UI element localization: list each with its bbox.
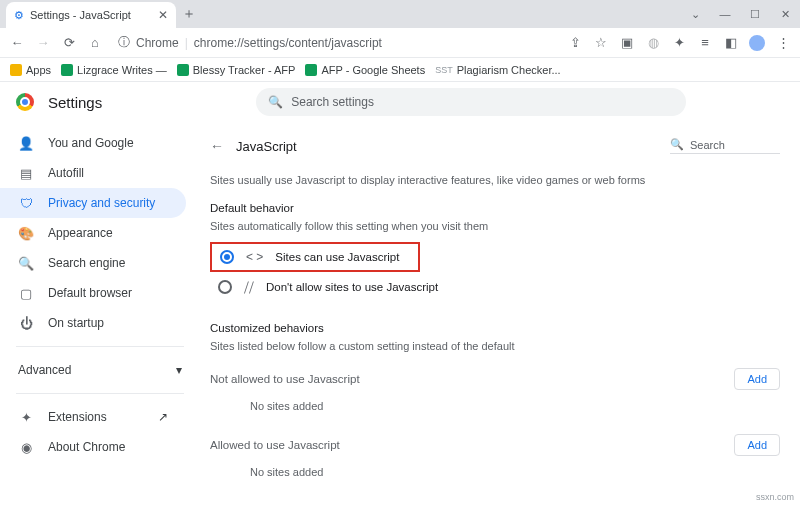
section-title: JavaScript bbox=[236, 139, 297, 154]
search-placeholder: Search settings bbox=[291, 95, 374, 109]
extension-box-icon[interactable]: ▣ bbox=[616, 32, 638, 54]
address-bar[interactable]: ⓘ Chrome | chrome://settings/content/jav… bbox=[110, 32, 560, 54]
settings-sidebar: 👤You and Google ▤Autofill 🛡Privacy and s… bbox=[0, 122, 200, 506]
dropdown-icon[interactable]: ⌄ bbox=[680, 0, 710, 28]
allowed-empty: No sites added bbox=[210, 456, 780, 484]
not-allowed-empty: No sites added bbox=[210, 390, 780, 418]
section-search[interactable]: 🔍 Search bbox=[670, 138, 780, 154]
window-controls: ⌄ — ☐ ✕ bbox=[680, 0, 800, 28]
search-icon: 🔍 bbox=[18, 256, 34, 271]
sidebar-item-autofill[interactable]: ▤Autofill bbox=[0, 158, 186, 188]
site-info-icon[interactable]: ⓘ bbox=[118, 34, 130, 51]
menu-button[interactable]: ⋮ bbox=[772, 32, 794, 54]
chrome-icon: ◉ bbox=[18, 440, 34, 455]
maximize-button[interactable]: ☐ bbox=[740, 0, 770, 28]
settings-search[interactable]: 🔍 Search settings bbox=[256, 88, 686, 116]
bookmark-star-icon[interactable]: ☆ bbox=[590, 32, 612, 54]
autofill-icon: ▤ bbox=[18, 166, 34, 181]
custom-behaviors-sub: Sites listed below follow a custom setti… bbox=[210, 340, 780, 352]
minimize-button[interactable]: — bbox=[710, 0, 740, 28]
back-arrow-button[interactable]: ← bbox=[210, 138, 224, 154]
chrome-logo-icon bbox=[16, 93, 34, 111]
tab-title: Settings - JavaScript bbox=[30, 9, 152, 21]
bookmark-apps[interactable]: Apps bbox=[10, 64, 51, 76]
bookmark-item[interactable]: Lizgrace Writes — bbox=[61, 64, 167, 76]
code-icon: < > bbox=[246, 250, 263, 264]
settings-header: Settings 🔍 Search settings bbox=[0, 82, 800, 122]
browser-toolbar: ← → ⟳ ⌂ ⓘ Chrome | chrome://settings/con… bbox=[0, 28, 800, 58]
add-allowed-button[interactable]: Add bbox=[734, 434, 780, 456]
startup-icon: ⏻ bbox=[18, 316, 34, 331]
bookmark-item[interactable]: Blessy Tracker - AFP bbox=[177, 64, 296, 76]
sidebar-item-about[interactable]: ◉About Chrome bbox=[0, 432, 186, 462]
close-icon[interactable]: ✕ bbox=[158, 8, 168, 22]
default-behavior-sub: Sites automatically follow this setting … bbox=[210, 220, 780, 232]
browser-tab[interactable]: ⚙ Settings - JavaScript ✕ bbox=[6, 2, 176, 28]
default-behavior-title: Default behavior bbox=[210, 202, 780, 214]
page-title: Settings bbox=[48, 94, 102, 111]
option-block-javascript[interactable]: ⧸⧸ Don't allow sites to use Javascript bbox=[210, 272, 780, 302]
search-icon: 🔍 bbox=[670, 138, 684, 151]
add-not-allowed-button[interactable]: Add bbox=[734, 368, 780, 390]
radio-unchecked-icon[interactable] bbox=[218, 280, 232, 294]
sidebar-item-on-startup[interactable]: ⏻On startup bbox=[0, 308, 186, 338]
url-path: chrome://settings/content/javascript bbox=[194, 36, 382, 50]
extension-icon[interactable]: ◍ bbox=[642, 32, 664, 54]
sidebar-item-extensions[interactable]: ✦Extensions↗ bbox=[0, 402, 186, 432]
divider bbox=[16, 393, 184, 394]
settings-content: ← JavaScript 🔍 Search Sites usually use … bbox=[200, 122, 800, 506]
bookmarks-bar: Apps Lizgrace Writes — Blessy Tracker - … bbox=[0, 58, 800, 82]
divider bbox=[16, 346, 184, 347]
profile-avatar[interactable] bbox=[746, 32, 768, 54]
url-origin: Chrome bbox=[136, 36, 179, 50]
close-window-button[interactable]: ✕ bbox=[770, 0, 800, 28]
sidepanel-icon[interactable]: ◧ bbox=[720, 32, 742, 54]
sidebar-item-search-engine[interactable]: 🔍Search engine bbox=[0, 248, 186, 278]
option-allow-javascript[interactable]: < > Sites can use Javascript bbox=[210, 242, 420, 272]
external-link-icon: ↗ bbox=[158, 410, 168, 424]
home-button[interactable]: ⌂ bbox=[84, 32, 106, 54]
section-description: Sites usually use Javascript to display … bbox=[210, 174, 780, 186]
back-button[interactable]: ← bbox=[6, 32, 28, 54]
reading-list-icon[interactable]: ≡ bbox=[694, 32, 716, 54]
sidebar-item-appearance[interactable]: 🎨Appearance bbox=[0, 218, 186, 248]
share-icon[interactable]: ⇪ bbox=[564, 32, 586, 54]
bookmark-item[interactable]: SSTPlagiarism Checker... bbox=[435, 64, 560, 76]
sidebar-item-privacy-security[interactable]: 🛡Privacy and security bbox=[0, 188, 186, 218]
puzzle-icon: ✦ bbox=[18, 410, 34, 425]
bookmark-item[interactable]: AFP - Google Sheets bbox=[305, 64, 425, 76]
allowed-title: Allowed to use Javascript bbox=[210, 439, 340, 451]
custom-behaviors-title: Customized behaviors bbox=[210, 322, 780, 334]
appearance-icon: 🎨 bbox=[18, 226, 34, 241]
forward-button[interactable]: → bbox=[32, 32, 54, 54]
gear-icon: ⚙ bbox=[14, 9, 24, 22]
puzzle-icon[interactable]: ✦ bbox=[668, 32, 690, 54]
radio-checked-icon[interactable] bbox=[220, 250, 234, 264]
sidebar-item-default-browser[interactable]: ▢Default browser bbox=[0, 278, 186, 308]
watermark: ssxn.com bbox=[756, 492, 794, 502]
new-tab-button[interactable]: ＋ bbox=[182, 5, 196, 23]
browser-titlebar: ⚙ Settings - JavaScript ✕ ＋ ⌄ — ☐ ✕ bbox=[0, 0, 800, 28]
chevron-down-icon: ▾ bbox=[176, 363, 182, 377]
person-icon: 👤 bbox=[18, 136, 34, 151]
reload-button[interactable]: ⟳ bbox=[58, 32, 80, 54]
not-allowed-title: Not allowed to use Javascript bbox=[210, 373, 360, 385]
code-off-icon: ⧸⧸ bbox=[244, 280, 254, 294]
browser-icon: ▢ bbox=[18, 286, 34, 301]
sidebar-item-you-and-google[interactable]: 👤You and Google bbox=[0, 128, 186, 158]
shield-icon: 🛡 bbox=[18, 196, 34, 211]
sidebar-advanced[interactable]: Advanced▾ bbox=[0, 355, 200, 385]
search-icon: 🔍 bbox=[268, 95, 283, 109]
